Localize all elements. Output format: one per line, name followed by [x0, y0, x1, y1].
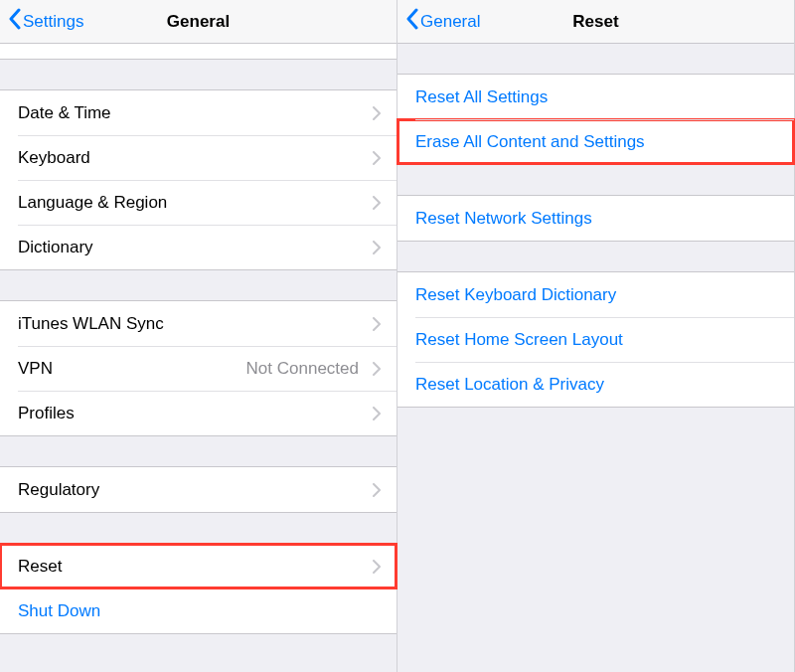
back-button-general[interactable]: General: [405, 8, 480, 35]
cell-reset-location-privacy[interactable]: Reset Location & Privacy: [398, 362, 794, 407]
cell-label: Shut Down: [18, 601, 381, 621]
chevron-right-icon: [373, 560, 381, 574]
cell-detail: Not Connected: [246, 359, 359, 379]
navbar-reset: General Reset: [398, 0, 794, 44]
settings-group: Reset Network Settings: [398, 195, 794, 242]
cell-label: Language & Region: [18, 193, 367, 213]
cell-label: Reset All Settings: [415, 87, 778, 107]
cell-itunes-wlan-sync[interactable]: iTunes WLAN Sync: [0, 301, 397, 346]
navbar-general: Settings General: [0, 0, 397, 44]
cell-label: Reset Home Screen Layout: [415, 330, 778, 350]
cell-label: Reset Keyboard Dictionary: [415, 285, 778, 305]
cell-dictionary[interactable]: Dictionary: [0, 225, 397, 269]
section-gap: [0, 270, 397, 300]
cell-shut-down[interactable]: Shut Down: [0, 588, 397, 633]
settings-group: Regulatory: [0, 466, 397, 513]
general-settings-pane: Settings General Date & TimeKeyboardLang…: [0, 0, 398, 672]
cell-regulatory[interactable]: Regulatory: [0, 467, 397, 512]
chevron-right-icon: [373, 317, 381, 331]
chevron-right-icon: [373, 483, 381, 497]
cell-reset-home-screen-layout[interactable]: Reset Home Screen Layout: [398, 317, 794, 362]
cell-label: Reset Network Settings: [415, 209, 778, 229]
chevron-right-icon: [373, 241, 381, 254]
back-label: General: [420, 12, 480, 32]
cell-reset-network-settings[interactable]: Reset Network Settings: [398, 196, 794, 241]
settings-group: Reset Keyboard DictionaryReset Home Scre…: [398, 271, 794, 408]
cell-reset[interactable]: Reset: [0, 544, 397, 588]
settings-group: Reset All SettingsErase All Content and …: [398, 74, 794, 165]
list-cutoff: [0, 44, 397, 60]
back-button-settings[interactable]: Settings: [8, 8, 83, 35]
cell-language-region[interactable]: Language & Region: [0, 180, 397, 225]
back-label: Settings: [23, 12, 83, 32]
settings-group: ResetShut Down: [0, 543, 397, 634]
cell-label: Reset: [18, 557, 367, 577]
chevron-right-icon: [373, 151, 381, 165]
chevron-right-icon: [373, 362, 381, 376]
section-gap: [398, 44, 794, 74]
reset-settings-pane: General Reset Reset All SettingsErase Al…: [398, 0, 795, 672]
section-gap: [0, 513, 397, 543]
settings-group: iTunes WLAN SyncVPNNot ConnectedProfiles: [0, 300, 397, 436]
cell-label: Profiles: [18, 404, 367, 423]
chevron-right-icon: [373, 407, 381, 420]
cell-profiles[interactable]: Profiles: [0, 391, 397, 435]
section-gap: [0, 60, 397, 89]
chevron-right-icon: [373, 196, 381, 210]
section-gap: [0, 436, 397, 466]
settings-group: Date & TimeKeyboardLanguage & RegionDict…: [0, 89, 397, 270]
cell-vpn[interactable]: VPNNot Connected: [0, 346, 397, 391]
section-gap: [398, 242, 794, 271]
cell-label: Regulatory: [18, 480, 367, 500]
general-list: Date & TimeKeyboardLanguage & RegionDict…: [0, 44, 397, 634]
chevron-left-icon: [405, 8, 418, 35]
reset-list: Reset All SettingsErase All Content and …: [398, 44, 794, 408]
cell-reset-keyboard-dictionary[interactable]: Reset Keyboard Dictionary: [398, 272, 794, 317]
chevron-left-icon: [8, 8, 21, 35]
cell-date-time[interactable]: Date & Time: [0, 90, 397, 135]
cell-label: Date & Time: [18, 103, 367, 123]
cell-label: Keyboard: [18, 148, 367, 168]
cell-label: Reset Location & Privacy: [415, 375, 778, 395]
cell-erase-all-content-and-settings[interactable]: Erase All Content and Settings: [398, 119, 794, 164]
cell-label: Dictionary: [18, 238, 367, 257]
cell-label: Erase All Content and Settings: [415, 132, 778, 152]
cell-label: VPN: [18, 359, 246, 379]
cell-reset-all-settings[interactable]: Reset All Settings: [398, 75, 794, 119]
section-gap: [398, 165, 794, 195]
cell-label: iTunes WLAN Sync: [18, 314, 367, 334]
cell-keyboard[interactable]: Keyboard: [0, 135, 397, 180]
chevron-right-icon: [373, 106, 381, 120]
